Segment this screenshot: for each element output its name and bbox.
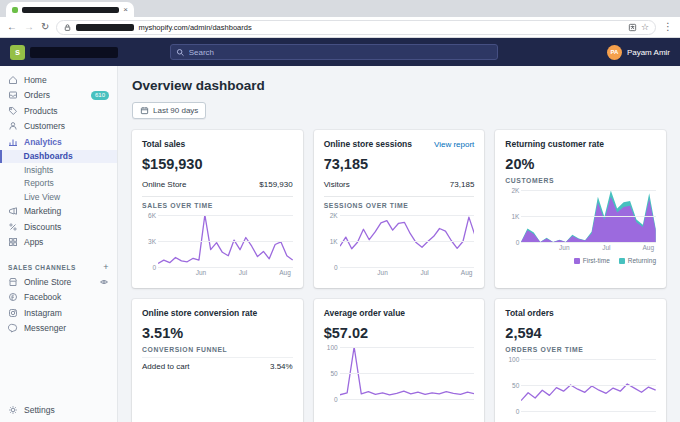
section-label: ORDERS OVER TIME	[505, 346, 656, 353]
sidebar-subitem-dashboards[interactable]: Dashboards	[0, 150, 117, 164]
y-axis-label: 0	[504, 408, 519, 415]
section-label: CUSTOMERS	[505, 177, 656, 184]
online-store-icon	[8, 277, 18, 287]
y-axis-label: 6K	[141, 212, 156, 219]
search-input[interactable]	[189, 48, 492, 57]
sidebar-item-label: Products	[24, 106, 58, 116]
legend-first-time: First-time	[574, 257, 610, 264]
screen: × ← → ↻ myshopify.com/admin/dashboards ☆…	[0, 0, 680, 422]
card-online-store-sessions[interactable]: Online store sessions View report 73,185…	[314, 130, 485, 288]
y-axis-label: 0	[504, 239, 519, 246]
customers-chart: 2K 1K 0 Jun Jul Aug	[521, 190, 656, 254]
forward-icon[interactable]: →	[24, 22, 34, 32]
sidebar-item-label: Customers	[24, 121, 65, 131]
sidebar-item-discounts[interactable]: Discounts	[0, 219, 117, 235]
sidebar-item-online-store[interactable]: Online Store	[0, 274, 117, 290]
sidebar-item-settings[interactable]: Settings	[0, 403, 117, 419]
orders-chart: 100 50 0	[521, 359, 656, 422]
card-conversion-rate[interactable]: Online store conversion rate 3.51% CONVE…	[132, 299, 303, 422]
reload-icon[interactable]: ↻	[41, 22, 49, 32]
marketing-icon	[8, 206, 18, 216]
funnel-step-label: Added to cart	[142, 362, 190, 371]
sidebar-item-marketing[interactable]: Marketing	[0, 204, 117, 220]
breakdown-value: $159,930	[259, 180, 292, 189]
discounts-icon	[8, 222, 18, 232]
sidebar-item-label: Discounts	[24, 222, 61, 232]
sidebar-subitem-label: Reports	[24, 178, 54, 188]
card-total-sales[interactable]: Total sales $159,930 Online Store $159,9…	[132, 130, 303, 288]
sidebar-item-home[interactable]: Home	[0, 72, 117, 88]
lock-icon	[63, 23, 72, 32]
user-name: Payam Amir	[627, 48, 670, 57]
sales-channels-label: SALES CHANNELS	[8, 264, 76, 271]
legend-returning: Returning	[619, 257, 656, 264]
card-returning-customer-rate[interactable]: Returning customer rate 20% CUSTOMERS 2K…	[495, 130, 666, 288]
returning-swatch	[619, 258, 625, 264]
home-icon	[8, 75, 18, 85]
tab-close-icon[interactable]: ×	[123, 6, 128, 14]
y-axis-label: 0	[141, 264, 156, 271]
browser-menu-icon[interactable]: ⋮	[663, 22, 673, 32]
x-axis-label: Jun	[559, 244, 569, 251]
sidebar-subitem-insights[interactable]: Insights	[0, 163, 117, 177]
sidebar-item-label: Apps	[24, 237, 43, 247]
section-label: SESSIONS OVER TIME	[324, 202, 475, 209]
chart-legend: First-time Returning	[505, 257, 656, 264]
user-menu[interactable]: PA Payam Amir	[607, 45, 670, 60]
sidebar-item-label: Messenger	[24, 323, 66, 333]
sidebar-item-analytics[interactable]: Analytics	[0, 134, 117, 150]
redacted-store-name	[30, 47, 118, 58]
avatar: PA	[607, 45, 622, 60]
sidebar-item-facebook[interactable]: Facebook	[0, 290, 117, 306]
sales-chart: 6K 3K 0 Jun Jul Aug	[158, 215, 293, 279]
x-axis-label: Jul	[602, 244, 610, 251]
view-report-link[interactable]: View report	[434, 140, 474, 149]
card-average-order-value[interactable]: Average order value $57.02 100 50 0	[314, 299, 485, 422]
redacted-url-prefix	[76, 24, 134, 31]
sidebar-item-label: Home	[24, 75, 47, 85]
preview-eye-icon[interactable]	[99, 277, 109, 287]
y-axis-label: 100	[504, 356, 519, 363]
sidebar-item-apps[interactable]: Apps	[0, 235, 117, 251]
customers-icon	[8, 121, 18, 131]
card-title: Online store conversion rate	[142, 308, 293, 318]
x-axis-label: Jul	[239, 269, 247, 276]
x-axis-label: Aug	[461, 269, 473, 276]
add-sales-channel-icon[interactable]: +	[103, 262, 109, 272]
y-axis-label: 2K	[504, 187, 519, 194]
y-axis-label: 1K	[323, 238, 338, 245]
shopify-topbar: s PA Payam Amir	[0, 38, 680, 66]
y-axis-label: 1K	[504, 213, 519, 220]
translate-icon[interactable]	[628, 23, 637, 32]
bookmark-star-icon[interactable]: ☆	[641, 23, 649, 32]
sidebar-item-customers[interactable]: Customers	[0, 119, 117, 135]
breakdown-label: Online Store	[142, 180, 186, 189]
back-icon[interactable]: ←	[7, 22, 17, 32]
breakdown-value: 73,185	[450, 180, 474, 189]
facebook-icon	[8, 292, 18, 302]
browser-tab-strip: ×	[0, 0, 680, 17]
card-title: Average order value	[324, 308, 475, 318]
apps-grid-icon	[8, 237, 18, 247]
gear-icon	[8, 405, 18, 415]
card-title: Online store sessions	[324, 139, 412, 149]
address-bar[interactable]: myshopify.com/admin/dashboards ☆	[56, 20, 656, 35]
sidebar-item-label: Marketing	[24, 206, 61, 216]
card-total-orders[interactable]: Total orders 2,594 ORDERS OVER TIME 100 …	[495, 299, 666, 422]
sidebar: Home Orders 610 Products Customers Analy…	[0, 66, 118, 422]
sidebar-subitem-reports[interactable]: Reports	[0, 177, 117, 191]
funnel-row-added-to-cart: Added to cart 3.54%	[142, 357, 293, 375]
sidebar-subitem-live-view[interactable]: Live View	[0, 190, 117, 204]
sidebar-item-products[interactable]: Products	[0, 103, 117, 119]
store-brand[interactable]: s	[10, 45, 170, 60]
sidebar-item-messenger[interactable]: Messenger	[0, 321, 117, 337]
sidebar-item-orders[interactable]: Orders 610	[0, 88, 117, 104]
sidebar-item-instagram[interactable]: Instagram	[0, 305, 117, 321]
global-search[interactable]	[170, 44, 498, 60]
browser-tab[interactable]: ×	[6, 2, 134, 17]
date-range-button[interactable]: Last 90 days	[132, 102, 206, 119]
aov-chart: 100 50 0	[340, 347, 475, 411]
breakdown-label: Visitors	[324, 180, 350, 189]
messenger-icon	[8, 323, 18, 333]
funnel-step-value: 3.54%	[270, 362, 293, 371]
